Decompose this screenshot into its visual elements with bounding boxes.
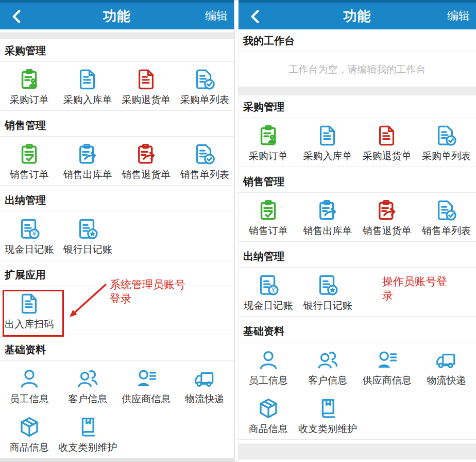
func-item-label: 采购单列表 — [180, 94, 229, 106]
func-item-logistics-express[interactable]: 物流快递 — [176, 361, 234, 409]
func-item-customer-info[interactable]: 客户信息 — [298, 342, 357, 391]
page-title: 功能 — [0, 7, 234, 25]
person-icon — [257, 348, 280, 372]
func-item-label: 员工信息 — [10, 393, 49, 405]
page-title: 功能 — [239, 7, 476, 25]
func-item-employee-info[interactable]: 员工信息 — [239, 342, 298, 391]
func-item-sales-outbound[interactable]: 销售出库单 — [59, 137, 117, 185]
edit-button[interactable]: 编辑 — [447, 8, 470, 24]
func-item-label: 采购单列表 — [422, 151, 471, 162]
func-item-label: 收支类别维护 — [58, 442, 117, 453]
func-item-sales-list[interactable]: 销售单列表 — [417, 193, 476, 241]
func-item-purchase-return[interactable]: 采购退货单 — [358, 118, 417, 167]
footer-strip — [239, 444, 476, 459]
func-item-purchase-list[interactable]: 采购单列表 — [176, 62, 234, 110]
func-item-sales-order[interactable]: 销售订单 — [239, 193, 298, 241]
doc-check-icon — [434, 124, 458, 147]
function-grid: 采购订单 采购入库单 采购退货单 采购单列表 — [239, 118, 476, 167]
section-title: 我的工作台 — [239, 29, 476, 52]
clipboard-check-icon — [18, 142, 41, 166]
function-grid: 员工信息 客户信息 供应商信息 物流快递 商品信息 — [0, 361, 234, 458]
book-icon — [76, 415, 99, 439]
workbench-empty-message: 工作台为空，请编辑我的工作台 — [239, 52, 476, 87]
person-list-icon — [375, 348, 399, 372]
func-item-income-expense-category[interactable]: 收支类别维护 — [59, 409, 117, 458]
doc-check-icon — [193, 142, 216, 166]
function-grid: 现金日记账 银行日记账 — [0, 211, 234, 260]
func-item-sales-outbound[interactable]: 销售出库单 — [298, 193, 357, 241]
func-item-cash-journal[interactable]: 现金日记账 — [0, 211, 59, 260]
func-item-purchase-list[interactable]: 采购单列表 — [417, 118, 476, 167]
func-item-inout-scan[interactable]: 出入库扫码 — [0, 286, 59, 335]
func-item-sales-return[interactable]: 销售退货单 — [358, 193, 417, 241]
func-item-label: 客户信息 — [308, 375, 347, 386]
screenshot-operator-panel: 功能 编辑 我的工作台 工作台为空，请编辑我的工作台 采购管理 采购订单 采购入… — [238, 0, 476, 462]
func-item-purchase-inbound[interactable]: 采购入库单 — [59, 62, 117, 110]
func-item-supplier-info[interactable]: 供应商信息 — [117, 361, 176, 409]
func-item-sales-order[interactable]: 销售订单 — [0, 137, 59, 185]
doc-check-icon — [193, 68, 216, 91]
function-grid: 现金日记账 银行日记账 — [239, 268, 476, 317]
stitched-screenshots: 功能 编辑 采购管理 采购订单 采购入库单 采购退货单 — [0, 0, 476, 462]
func-item-employee-info[interactable]: 员工信息 — [0, 361, 59, 409]
func-item-label: 出入库扫码 — [5, 319, 54, 330]
func-item-label: 销售出库单 — [303, 225, 352, 237]
func-item-label: 采购订单 — [10, 94, 49, 106]
app-header: 功能 编辑 — [0, 0, 234, 29]
func-item-product-info[interactable]: 商品信息 — [239, 391, 298, 439]
bottom-strip — [0, 458, 234, 462]
edit-button[interactable]: 编辑 — [205, 8, 228, 24]
scrolled-section-strip — [0, 32, 234, 39]
func-item-income-expense-category[interactable]: 收支类别维护 — [298, 391, 357, 439]
func-item-purchase-order[interactable]: 采购订单 — [239, 118, 298, 167]
func-item-purchase-order[interactable]: 采购订单 — [0, 62, 59, 110]
people-icon — [76, 367, 99, 390]
section-title: 出纳管理 — [239, 245, 476, 268]
func-item-purchase-return[interactable]: 采购退货单 — [117, 62, 176, 110]
func-item-label: 银行日记账 — [63, 244, 112, 255]
section-title: 基础资料 — [0, 338, 234, 361]
func-item-label: 采购入库单 — [63, 94, 112, 106]
func-item-label: 收支类别维护 — [298, 423, 357, 435]
section-purchase: 采购管理 采购订单 采购入库单 采购退货单 采购单列表 — [0, 39, 234, 111]
func-item-purchase-inbound[interactable]: 采购入库单 — [298, 118, 357, 167]
screenshot-admin-panel: 功能 编辑 采购管理 采购订单 采购入库单 采购退货单 — [0, 0, 235, 462]
func-item-label: 销售退货单 — [122, 169, 171, 180]
doc-star-icon — [316, 273, 339, 297]
doc-yen-icon — [257, 273, 280, 297]
clipboard-stamp-icon — [18, 68, 41, 91]
func-item-label: 采购退货单 — [363, 151, 412, 162]
function-grid: 出入库扫码 — [0, 286, 234, 335]
clipboard-check-icon — [257, 199, 280, 222]
cube-icon — [18, 415, 41, 439]
doc-lines-icon — [375, 124, 399, 147]
section-title: 销售管理 — [0, 114, 234, 137]
function-grid: 销售订单 销售出库单 销售退货单 销售单列表 — [0, 137, 234, 186]
func-item-product-info[interactable]: 商品信息 — [0, 409, 59, 458]
func-item-label: 采购入库单 — [303, 151, 352, 162]
func-item-label: 销售订单 — [249, 225, 288, 237]
section-title: 销售管理 — [239, 170, 476, 193]
func-item-logistics-express[interactable]: 物流快递 — [417, 342, 476, 391]
func-item-sales-list[interactable]: 销售单列表 — [176, 137, 234, 185]
section-basic-data: 基础资料 员工信息 客户信息 供应商信息 物流快递 — [239, 320, 476, 440]
truck-icon — [434, 348, 458, 372]
func-item-cash-journal[interactable]: 现金日记账 — [239, 268, 298, 316]
func-item-label: 销售出库单 — [63, 169, 112, 180]
cube-icon — [257, 397, 280, 420]
section-title: 采购管理 — [239, 95, 476, 118]
doc-yen-icon — [18, 217, 41, 241]
func-item-label: 客户信息 — [68, 393, 107, 405]
book-icon — [316, 397, 339, 420]
func-item-sales-return[interactable]: 销售退货单 — [117, 137, 176, 185]
func-item-label: 物流快递 — [427, 375, 466, 386]
function-grid: 采购订单 采购入库单 采购退货单 采购单列表 — [0, 62, 234, 111]
func-item-bank-journal[interactable]: 银行日记账 — [59, 211, 117, 260]
func-item-label: 商品信息 — [10, 442, 49, 453]
func-item-supplier-info[interactable]: 供应商信息 — [358, 342, 417, 391]
func-item-label: 供应商信息 — [122, 393, 171, 405]
doc-star-icon — [76, 217, 99, 241]
func-item-bank-journal[interactable]: 银行日记账 — [298, 268, 357, 316]
func-item-customer-info[interactable]: 客户信息 — [59, 361, 117, 409]
section-extensions: 扩展应用 出入库扫码 — [0, 263, 234, 335]
